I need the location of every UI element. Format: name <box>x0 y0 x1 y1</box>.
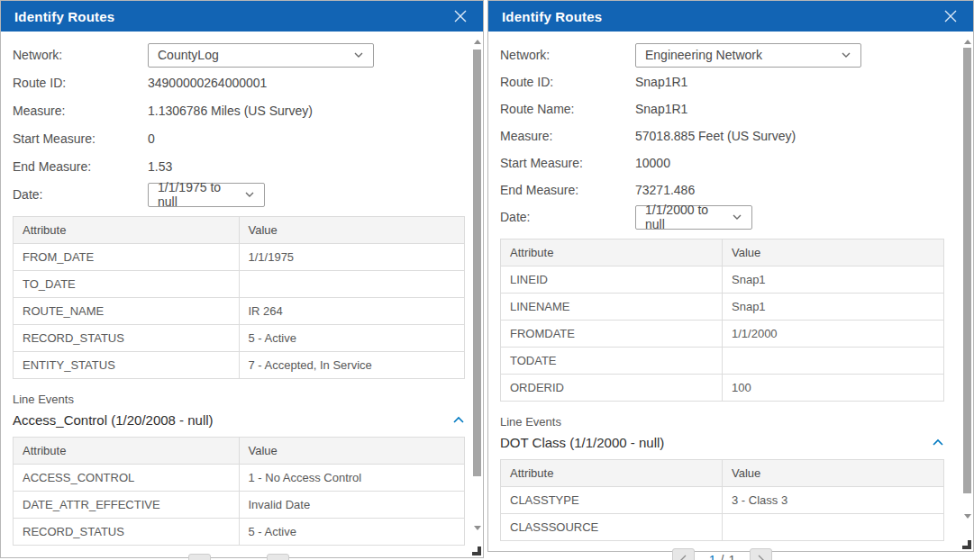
start-measure-label: Start Measure: <box>500 156 635 170</box>
line-event-header: Access_Control (1/20/2008 - null) <box>13 412 465 428</box>
table-row: LINENAMESnap1 <box>501 294 944 321</box>
collapse-button[interactable] <box>452 416 465 424</box>
attr-value: 7 - Accepted, In Service <box>239 352 465 379</box>
table-header-row: Attribute Value <box>501 239 944 266</box>
prev-page-button[interactable] <box>672 548 695 560</box>
resize-grip[interactable] <box>472 546 481 555</box>
attr-name: ACCESS_CONTROL <box>14 465 240 492</box>
chevron-down-icon <box>244 191 255 198</box>
table-row: ACCESS_CONTROL1 - No Access Control <box>14 465 465 492</box>
prev-page-button[interactable] <box>188 554 211 560</box>
panel-body: Network: CountyLog Route ID: 34900000264… <box>1 32 483 560</box>
date-label: Date: <box>500 210 635 224</box>
network-label: Network: <box>500 48 635 62</box>
line-event-attribute-table: Attribute Value CLASSTYPE3 - Class 3 CLA… <box>500 459 944 541</box>
attr-value: 3 - Class 3 <box>723 487 944 514</box>
collapse-button[interactable] <box>932 438 944 447</box>
field-row-measure: Measure: 1.1306786 Miles (US Survey) <box>13 98 460 123</box>
current-page: 1 <box>709 553 716 560</box>
attr-name: LINENAME <box>501 294 723 321</box>
line-event-title: DOT Class (1/1/2000 - null) <box>500 435 664 450</box>
table-header-row: Attribute Value <box>501 460 944 487</box>
network-select-value: CountyLog <box>158 48 346 62</box>
date-select-value: 1/1/1975 to null <box>158 180 237 209</box>
attr-name: FROMDATE <box>501 321 723 348</box>
attr-value: Snap1 <box>723 294 944 321</box>
network-select[interactable]: CountyLog <box>148 43 374 68</box>
network-label: Network: <box>13 48 148 62</box>
panel-body: Network: Engineering Network Route ID: S… <box>488 32 973 560</box>
col-header-value: Value <box>239 438 465 465</box>
scroll-down-icon[interactable] <box>964 514 971 519</box>
route-name-label: Route Name: <box>500 102 635 116</box>
date-label: Date: <box>13 187 148 202</box>
attr-name: ROUTE_NAME <box>14 298 240 325</box>
chevron-down-icon <box>732 213 742 221</box>
route-id-value: Snap1R1 <box>635 75 687 89</box>
start-measure-value: 0 <box>148 131 155 146</box>
vertical-scrollbar[interactable] <box>472 33 482 554</box>
end-measure-label: End Measure: <box>500 183 635 197</box>
table-row: FROM_DATE1/1/1975 <box>14 244 465 271</box>
panel-header: Identify Routes <box>488 1 973 32</box>
table-row: ORDERID100 <box>501 375 944 402</box>
line-events-label: Line Events <box>13 393 460 406</box>
next-page-button[interactable] <box>750 548 772 560</box>
measure-value: 1.1306786 Miles (US Survey) <box>148 104 313 118</box>
chevron-up-icon <box>932 438 944 447</box>
scroll-down-icon[interactable] <box>474 526 481 530</box>
chevron-right-icon <box>757 555 765 560</box>
table-row: LINEIDSnap1 <box>501 266 944 294</box>
scroll-up-icon[interactable] <box>474 40 481 44</box>
start-measure-label: Start Measure: <box>13 131 148 146</box>
attr-value: Snap1 <box>723 266 944 294</box>
field-row-measure: Measure: 57018.885 Feet (US Survey) <box>500 123 950 149</box>
table-row: FROMDATE1/1/2000 <box>501 321 944 348</box>
next-page-button[interactable] <box>267 554 289 560</box>
attr-value <box>723 514 944 541</box>
close-button[interactable] <box>942 7 960 25</box>
vertical-scrollbar[interactable] <box>962 33 972 547</box>
table-row: ROUTE_NAMEIR 264 <box>14 298 465 325</box>
col-header-attribute: Attribute <box>501 239 723 266</box>
attr-value <box>239 271 465 298</box>
route-id-value: 34900000264000001 <box>148 76 267 90</box>
resize-grip[interactable] <box>962 540 971 549</box>
attr-name: DATE_ATTR_EFFECTIVE <box>14 492 240 519</box>
table-row: CLASSTYPE3 - Class 3 <box>501 487 944 514</box>
start-measure-value: 10000 <box>635 156 670 170</box>
scroll-up-icon[interactable] <box>964 40 971 44</box>
network-select[interactable]: Engineering Network <box>635 43 861 68</box>
attr-value: 1 - No Access Control <box>239 465 465 492</box>
table-row: TODATE <box>501 348 944 375</box>
end-measure-value: 73271.486 <box>635 183 695 197</box>
col-header-value: Value <box>723 460 944 487</box>
date-select-value: 1/1/2000 to null <box>645 203 724 231</box>
scrollbar-thumb[interactable] <box>963 48 971 493</box>
field-row-network: Network: Engineering Network <box>500 42 950 68</box>
field-row-route-id: Route ID: 34900000264000001 <box>13 70 460 95</box>
close-icon <box>943 9 958 23</box>
chevron-up-icon <box>452 416 465 424</box>
col-header-attribute: Attribute <box>14 217 240 244</box>
panel-title: Identify Routes <box>14 9 114 24</box>
date-select[interactable]: 1/1/1975 to null <box>148 183 265 207</box>
close-button[interactable] <box>451 7 469 25</box>
table-row: RECORD_STATUS5 - Active <box>14 519 465 546</box>
attr-value: 5 - Active <box>239 325 465 352</box>
field-row-route-id: Route ID: Snap1R1 <box>500 69 950 95</box>
end-measure-value: 1.53 <box>148 159 172 174</box>
scrollbar-thumb[interactable] <box>473 50 481 476</box>
route-id-label: Route ID: <box>500 75 635 89</box>
attr-name: TODATE <box>501 348 723 375</box>
col-header-attribute: Attribute <box>14 438 240 465</box>
attr-name: RECORD_STATUS <box>14 325 240 352</box>
measure-label: Measure: <box>500 129 635 143</box>
attr-value: Invalid Date <box>239 492 465 519</box>
col-header-value: Value <box>239 217 465 244</box>
attr-name: CLASSSOURCE <box>501 514 723 541</box>
chevron-left-icon <box>679 555 687 560</box>
date-select[interactable]: 1/1/2000 to null <box>635 205 752 230</box>
field-row-route-name: Route Name: Snap1R1 <box>500 96 950 122</box>
line-event-title: Access_Control (1/20/2008 - null) <box>13 412 214 428</box>
